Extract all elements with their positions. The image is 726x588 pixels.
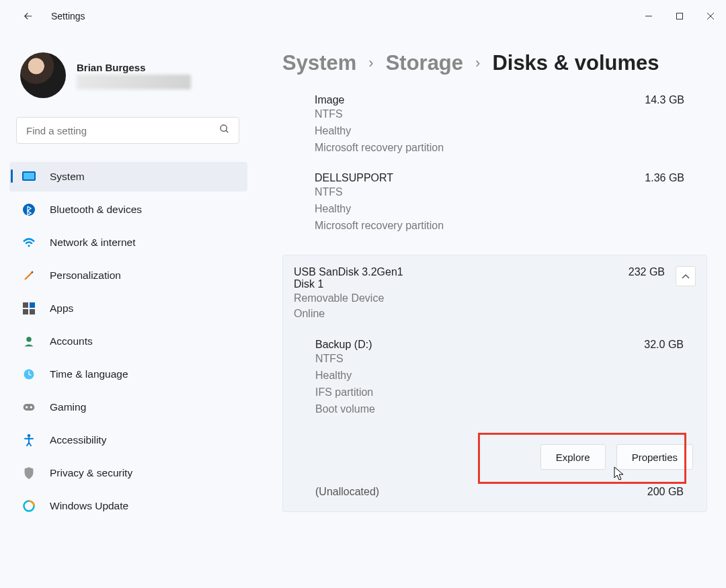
volume-part: IFS partition xyxy=(315,384,644,401)
maximize-button[interactable] xyxy=(664,3,695,30)
disk-label: Disk 1 xyxy=(294,278,629,290)
collapse-button[interactable] xyxy=(676,266,696,286)
clock-globe-icon xyxy=(22,367,36,382)
breadcrumb-system[interactable]: System xyxy=(282,51,356,75)
action-row: Explore Properties xyxy=(283,429,707,476)
volume-item[interactable]: Image NTFS Healthy Microsoft recovery pa… xyxy=(282,90,707,168)
bluetooth-icon xyxy=(22,202,36,217)
svg-point-9 xyxy=(28,245,30,247)
volume-flag: Boot volume xyxy=(315,401,644,418)
svg-rect-7 xyxy=(24,173,34,179)
minimize-button[interactable] xyxy=(633,3,664,30)
gamepad-icon xyxy=(22,400,36,415)
chevron-right-icon: › xyxy=(368,54,373,72)
unallocated-label: (Unallocated) xyxy=(315,486,647,498)
svg-point-4 xyxy=(220,125,227,131)
sidebar-item-bluetooth[interactable]: Bluetooth & devices xyxy=(9,195,247,224)
sidebar-item-label: Windows Update xyxy=(50,500,128,512)
apps-icon xyxy=(22,301,36,316)
update-icon xyxy=(22,499,36,513)
sidebar-item-personalization[interactable]: Personalization xyxy=(9,261,247,290)
search-icon xyxy=(219,124,230,137)
svg-point-14 xyxy=(26,337,32,342)
system-icon xyxy=(22,169,36,184)
sidebar: Brian Burgess System Bluetooth & devices… xyxy=(0,32,255,524)
volume-name: Backup (D:) xyxy=(315,339,644,351)
back-button[interactable] xyxy=(15,3,42,30)
brush-icon xyxy=(22,268,36,283)
sidebar-item-label: Gaming xyxy=(50,401,86,413)
volume-status: Healthy xyxy=(315,201,645,218)
svg-point-18 xyxy=(30,406,32,408)
volume-status: Healthy xyxy=(315,368,644,384)
sidebar-item-label: Personalization xyxy=(50,269,121,282)
breadcrumb-storage[interactable]: Storage xyxy=(386,51,463,75)
person-icon xyxy=(22,334,36,349)
svg-rect-11 xyxy=(30,302,35,308)
disk-block: USB SanDisk 3.2Gen1 Disk 1 Removable Dev… xyxy=(282,255,707,513)
unallocated-item[interactable]: (Unallocated) 200 GB xyxy=(283,476,707,498)
explore-button[interactable]: Explore xyxy=(540,444,606,470)
sidebar-item-label: Network & internet xyxy=(50,237,136,249)
volume-name: DELLSUPPORT xyxy=(315,172,645,184)
profile-section[interactable]: Brian Burgess xyxy=(0,32,255,105)
svg-rect-16 xyxy=(24,404,35,411)
disk-header[interactable]: USB SanDisk 3.2Gen1 Disk 1 Removable Dev… xyxy=(283,266,707,328)
chevron-right-icon: › xyxy=(475,54,480,72)
sidebar-item-label: Apps xyxy=(50,302,73,314)
close-button[interactable] xyxy=(695,3,726,30)
breadcrumb-current: Disks & volumes xyxy=(492,51,659,75)
volume-fs: NTFS xyxy=(315,351,644,368)
profile-name: Brian Burgess xyxy=(77,62,191,73)
avatar xyxy=(20,52,66,98)
disk-volume-item[interactable]: Backup (D:) NTFS Healthy IFS partition B… xyxy=(283,328,707,429)
sidebar-item-label: System xyxy=(50,171,85,183)
wifi-icon xyxy=(22,235,36,250)
disk-type: Removable Device xyxy=(294,290,629,306)
accessibility-icon xyxy=(22,433,36,448)
sidebar-item-system[interactable]: System xyxy=(9,162,247,192)
unallocated-size: 200 GB xyxy=(647,486,707,498)
shield-icon xyxy=(22,466,36,480)
search-input[interactable] xyxy=(16,117,239,144)
sidebar-item-gaming[interactable]: Gaming xyxy=(9,392,247,422)
disk-name: USB SanDisk 3.2Gen1 xyxy=(294,266,629,278)
sidebar-item-label: Accessibility xyxy=(50,434,106,446)
volume-fs: NTFS xyxy=(315,184,645,201)
volume-size: 1.36 GB xyxy=(645,172,707,234)
volume-part: Microsoft recovery partition xyxy=(315,218,645,235)
sidebar-item-privacy[interactable]: Privacy & security xyxy=(9,458,247,488)
sidebar-item-windows-update[interactable]: Windows Update xyxy=(9,491,247,521)
sidebar-item-label: Bluetooth & devices xyxy=(50,204,142,216)
breadcrumb: System › Storage › Disks & volumes xyxy=(282,51,707,75)
svg-rect-12 xyxy=(23,309,28,314)
sidebar-item-network[interactable]: Network & internet xyxy=(9,228,247,257)
svg-rect-1 xyxy=(677,13,683,19)
volume-name: Image xyxy=(315,94,645,106)
content-area: System › Storage › Disks & volumes Image… xyxy=(255,32,726,524)
sidebar-item-accounts[interactable]: Accounts xyxy=(9,327,247,356)
sidebar-item-time-language[interactable]: Time & language xyxy=(9,360,247,389)
svg-rect-13 xyxy=(30,309,35,314)
chevron-up-icon xyxy=(682,274,690,279)
volume-size: 32.0 GB xyxy=(644,339,707,417)
sidebar-item-label: Time & language xyxy=(50,368,128,380)
search-box[interactable] xyxy=(16,117,239,144)
window-title: Settings xyxy=(51,11,85,22)
volume-item[interactable]: DELLSUPPORT NTFS Healthy Microsoft recov… xyxy=(282,168,707,246)
volume-status: Healthy xyxy=(315,123,645,140)
volume-part: Microsoft recovery partition xyxy=(315,140,645,157)
sidebar-item-apps[interactable]: Apps xyxy=(9,294,247,323)
disk-size: 232 GB xyxy=(629,266,665,278)
sidebar-item-accessibility[interactable]: Accessibility xyxy=(9,425,247,455)
svg-rect-10 xyxy=(23,302,28,308)
svg-point-19 xyxy=(28,434,31,437)
svg-line-5 xyxy=(226,130,228,132)
disk-state: Online xyxy=(294,306,629,321)
profile-email xyxy=(77,75,191,89)
sidebar-item-label: Privacy & security xyxy=(50,467,132,479)
sidebar-item-label: Accounts xyxy=(50,335,93,347)
properties-button[interactable]: Properties xyxy=(616,444,693,470)
volume-size: 14.3 GB xyxy=(645,94,707,156)
svg-point-17 xyxy=(26,406,28,408)
